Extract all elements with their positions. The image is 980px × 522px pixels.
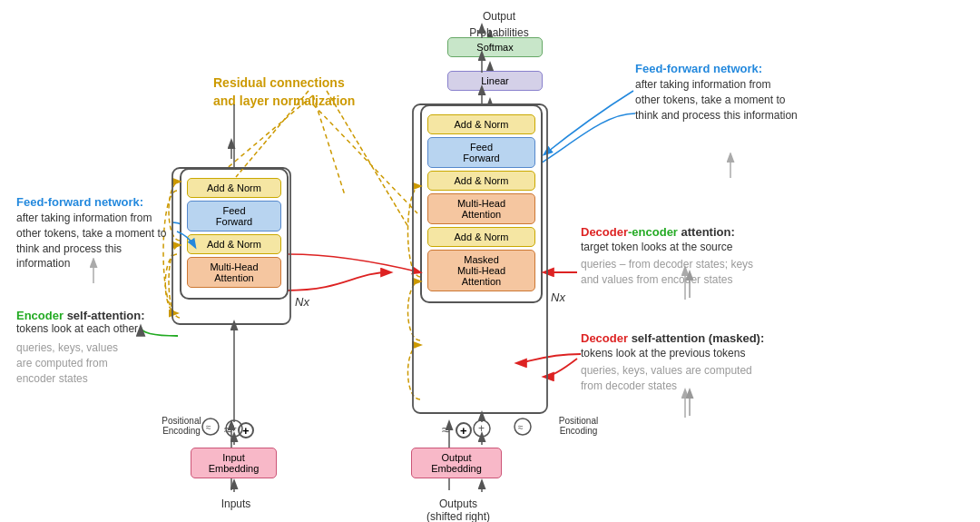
softmax-box: Softmax	[447, 34, 543, 60]
encoder-self-attn-annotation: Encoder self-attention: tokens look at e…	[16, 309, 175, 386]
svg-line-10	[313, 104, 417, 213]
dec-output-label: Outputs(shifted right)	[417, 497, 499, 522]
enc-attn-title: Encoder self-attention:	[16, 309, 175, 322]
dec-self-attn-queries: queries, keys, values are computedfrom d…	[581, 363, 808, 394]
dec-enc-queries: queries – from decoder states; keysand v…	[581, 257, 799, 288]
dec-add-norm-2: Add & Norm	[427, 171, 535, 191]
dec-enc-attn-title: Decoder-encoder attention:	[581, 225, 799, 239]
dec-self-attn-title: Decoder self-attention (masked):	[581, 331, 808, 345]
dec-masked-attn: MaskedMulti-HeadAttention	[427, 250, 535, 291]
svg-text:≈: ≈	[518, 422, 524, 432]
svg-line-8	[313, 95, 345, 195]
encoder-block: Add & Norm FeedForward Add & Norm Multi-…	[180, 168, 289, 300]
decoder-block: Add & Norm FeedForward Add & Norm Multi-…	[420, 104, 543, 303]
feedforward-right-annotation: Feed-forward network: after taking infor…	[635, 62, 826, 123]
dec-plus-circle: +	[456, 422, 472, 438]
enc-multi-head-attn: Multi-HeadAttention	[187, 257, 281, 288]
decoder-plus-section: ≈ +	[442, 422, 472, 438]
dec-embedding-box: OutputEmbedding	[411, 445, 502, 481]
ff-right-title: Feed-forward network:	[635, 62, 826, 75]
encoder-nx-label: Nx	[295, 295, 309, 309]
enc-positional-wave: ≈	[224, 422, 232, 438]
svg-text:+: +	[478, 422, 485, 435]
ff-right-arrow	[721, 153, 740, 180]
ff-left-title: Feed-forward network:	[16, 195, 175, 209]
enc-positional-label: PositionalEncoding	[150, 416, 213, 436]
enc-add-norm-2: Add & Norm	[187, 178, 281, 198]
dec-embedding-label: OutputEmbedding	[411, 448, 502, 478]
ff-left-arrow	[84, 258, 103, 285]
decoder-encoder-attn-annotation: Decoder-encoder attention: target token …	[581, 225, 799, 288]
dec-add-norm-1: Add & Norm	[427, 227, 535, 247]
encoder-plus-section: ≈ +	[224, 422, 254, 438]
svg-point-35	[474, 420, 490, 437]
dec-positional-label: PositionalEncoding	[544, 416, 612, 436]
dec-self-attn-body: tokens look at the previous tokens	[581, 347, 808, 359]
enc-attn-body: tokens look at each other	[16, 322, 175, 335]
ff-right-body: after taking information fromother token…	[635, 77, 826, 123]
enc-embedding-box: InputEmbedding	[191, 445, 277, 481]
dec-multi-head-attn: Multi-HeadAttention	[427, 193, 535, 224]
decoder-nx-label: Nx	[551, 291, 565, 304]
diagram-container: OutputProbabilities Softmax Linear Add &…	[0, 0, 980, 522]
dec-add-norm-3: Add & Norm	[427, 114, 535, 134]
enc-attn-queries: queries, keys, valuesare computed fromen…	[16, 340, 175, 386]
enc-plus-circle: +	[238, 422, 254, 438]
svg-line-26	[327, 91, 408, 227]
enc-embedding-label: InputEmbedding	[191, 448, 277, 478]
enc-input-label: Inputs	[209, 497, 263, 510]
dec-enc-attn-body: target token looks at the source	[581, 241, 799, 253]
dec-feed-forward: FeedForward	[427, 137, 535, 168]
dec-positional-wave: ≈	[442, 422, 450, 438]
linear-box: Linear	[447, 68, 543, 94]
decoder-self-attn-annotation: Decoder self-attention (masked): tokens …	[581, 331, 808, 394]
enc-add-norm-1: Add & Norm	[187, 234, 281, 254]
svg-point-31	[514, 419, 531, 435]
linear-label: Linear	[447, 71, 543, 91]
residual-annotation: Residual connectionsand layer normalizat…	[213, 74, 355, 110]
enc-feed-forward: FeedForward	[187, 201, 281, 231]
softmax-label: Softmax	[447, 37, 543, 57]
